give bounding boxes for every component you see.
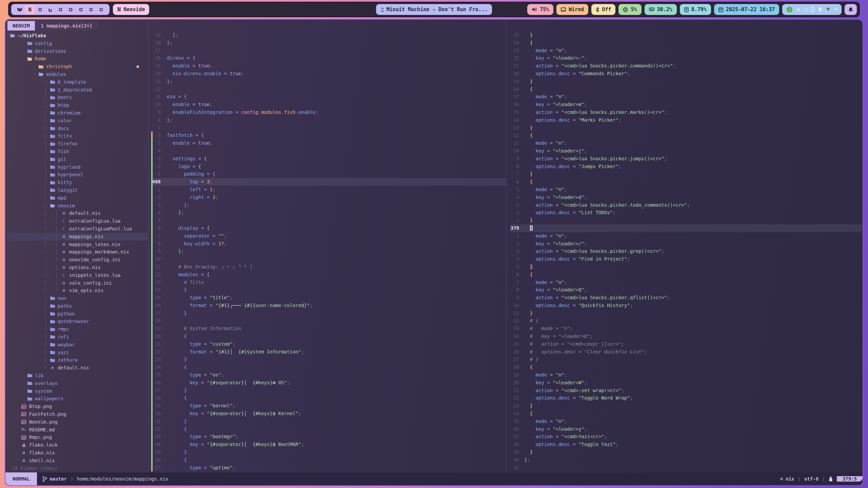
code-line[interactable]: 27 action = "<cmd>Yazi<cr>"; [510,433,862,441]
tree-item-beets[interactable]: │ beets [7,94,148,101]
code-line[interactable]: 10 enable = true; [151,101,506,108]
editor-pane-right[interactable]: 25 }24 {23 mode = "n";22 key = "<leader>… [507,31,862,472]
tree-item-btop[interactable]: │ btop [7,101,148,109]
sidebar-editor-separator[interactable] [148,21,149,472]
network-module[interactable]: Wired [556,4,588,15]
tree-item-vale_config.ini[interactable]: │ │ ⚙vale_config.ini [7,279,148,287]
tree-item-snippets_latex.lua[interactable]: │ │ ☾snippets_latex.lua [7,271,148,279]
code-line[interactable]: 4 [151,147,506,155]
code-line[interactable]: 27 } [151,387,506,394]
tree-item-christoph[interactable]: │ christoph● [7,63,148,70]
tree-item-fastfetch.png[interactable]: FastFetch.png [7,410,148,418]
code-line[interactable]: 8 key = "<leader>Q"; [510,286,862,294]
code-line[interactable]: 10 key = "<leader>j"; [510,147,862,155]
code-line[interactable]: 2 right = 2; [151,194,506,201]
code-line[interactable]: 22 options.desc = "Toggle Word Wrap"; [510,394,862,402]
workspace-2-active[interactable]: N [25,5,35,14]
code-line[interactable]: 7 mode = "n"; [510,279,862,286]
code-line[interactable]: 5 enable = true; [151,139,506,147]
tree-item-overlays[interactable]: overlays [7,380,148,387]
tree-item-hyprpanel[interactable]: │ hyprpanel [7,171,148,179]
tree-item-flake.nix[interactable]: ❄flake.nix [7,449,148,457]
code-line[interactable]: 9 action = "<cmd>lua Snacks.picker.qflis… [510,294,862,302]
code-line[interactable]: 26 key = "{#separator}│ {#keys}⊞ OS"; [151,379,506,387]
code-line[interactable]: 2 key = "<leader>/"; [510,240,862,248]
workspace-3[interactable] [35,5,45,14]
code-line[interactable]: 31 [510,464,862,472]
code-line[interactable]: 6 display = { [151,224,506,232]
code-line[interactable]: 18 { [510,363,862,371]
code-line[interactable]: 23 mode = "n"; [510,47,862,55]
code-line[interactable]: 18 { [510,85,862,93]
code-line[interactable]: 28 { [151,394,506,402]
code-line[interactable]: 11eza = { [151,93,506,101]
code-line[interactable]: 1 mode = "n"; [510,232,862,240]
code-line[interactable]: 4 }; [151,209,506,217]
code-line-current[interactable]: 468 top = 3; [151,178,506,186]
tree-item-8hiddenitems[interactable]: (8 hidden items) [7,465,148,472]
system-tray[interactable]: ✓∿▢⌨ [782,4,842,15]
code-line[interactable]: 22 format = "{#1}│ {#}System Information… [151,348,506,356]
code-line[interactable]: 37 type = "uptime"; [151,464,506,472]
disk-module[interactable]: 8.79% [680,4,711,15]
code-line[interactable]: 29 } [510,448,862,456]
tree-item-fish[interactable]: │ fish [7,148,148,156]
tree-item-shell.nix[interactable]: ❄shell.nix [7,457,148,465]
code-line[interactable]: 15 enable = true; [151,62,506,70]
code-line[interactable]: 3 settings = { [151,155,506,163]
code-line[interactable]: 12 # { [510,317,862,325]
code-line[interactable]: 4 options.desc = "Find in Project"; [510,255,862,263]
workspace-7[interactable] [76,5,86,14]
code-line[interactable]: 12 modules = [ [151,271,506,279]
workspace-8[interactable] [86,5,96,14]
code-line[interactable]: 13 # Title [151,279,506,286]
code-line[interactable]: 1 padding = { [151,170,506,178]
code-line[interactable]: 16direnv = { [151,54,506,62]
tree-item-vim_opts.nix[interactable]: │ ╰ ❄vim_opts.nix [7,287,148,294]
code-line[interactable]: 8 options.desc = "Jumps Picker"; [510,163,862,170]
code-line[interactable]: 17 } [151,309,506,317]
code-line[interactable]: 24 { [510,410,862,418]
volume-module[interactable]: 75% [527,4,553,15]
code-line[interactable]: 21 type = "custom"; [151,340,506,348]
tree-item-git[interactable]: │ git [7,156,148,163]
tree-item-flake.lock[interactable]: flake.lock [7,441,148,449]
tree-item-color[interactable]: │ color [7,117,148,125]
code-line[interactable]: 19 # System Information [151,325,506,332]
tree-item-kitty[interactable]: │ kitty [7,179,148,186]
code-line[interactable]: 9 enableFishIntegration = config.modules… [151,108,506,116]
tree-item-paths[interactable]: │ paths [7,302,148,310]
tree-item-lazygit[interactable]: │ lazygit [7,186,148,194]
tree-item-nnn[interactable]: │ nnn [7,294,148,302]
code-line[interactable]: 7 separator = ""; [151,232,506,240]
code-line[interactable]: 5 mode = "n"; [510,186,862,194]
tree-item-zathura[interactable]: │ zathura [7,356,148,364]
code-line[interactable]: 36 { [151,456,506,464]
music-module[interactable]: ♫ Minuit Machine - Don't Run Fro... [376,4,492,15]
workspace-4[interactable]: ↻ [45,5,55,14]
code-line[interactable]: 25 type = "os"; [151,371,506,379]
code-line[interactable]: 15 action = "<cmd>lua Snacks.picker.mark… [510,108,862,116]
code-line[interactable]: 18 [151,317,506,325]
memory-module[interactable]: 30.2% [645,4,677,15]
code-line[interactable]: 16 format = "{#1}╭─── {#}{user-name-colo… [151,302,506,309]
tree-item-waybar[interactable]: │ waybar [7,341,148,349]
code-line[interactable]: 30 key = "{#separator}│ {#keys}≣ Kernel"… [151,410,506,418]
code-line[interactable]: 12 { [510,131,862,139]
tree-item-hyprland[interactable]: │ hyprland [7,163,148,171]
tree-item-neovide_config.ini[interactable]: │ │ ⚙neovide_config.ini [7,256,148,264]
workspaces-module[interactable]: N↻ [11,4,110,15]
tree-item-derivations[interactable]: derivations [7,47,148,55]
code-line[interactable]: 14 nix-direnv.enable = true; [151,70,506,78]
code-line[interactable]: 14 { [151,286,506,294]
code-line[interactable]: 11 } [510,309,862,317]
tree-item-rofi[interactable]: │ rofi [7,333,148,341]
workspace-9[interactable] [96,5,106,14]
code-line[interactable]: 14 # key = "<leader>Q"; [510,332,862,340]
tree-item-wallpapers[interactable]: wallpapers [7,395,148,403]
code-line[interactable]: 19 mode = "n"; [510,371,862,379]
code-line[interactable]: 4 key = "<leader>d"; [510,194,862,201]
code-line[interactable]: 2 options.desc = "List TODOs"; [510,209,862,217]
pane-separator[interactable] [506,21,507,472]
code-line[interactable]: 3 action = "<cmd>lua Snacks.picker.grep(… [510,247,862,255]
